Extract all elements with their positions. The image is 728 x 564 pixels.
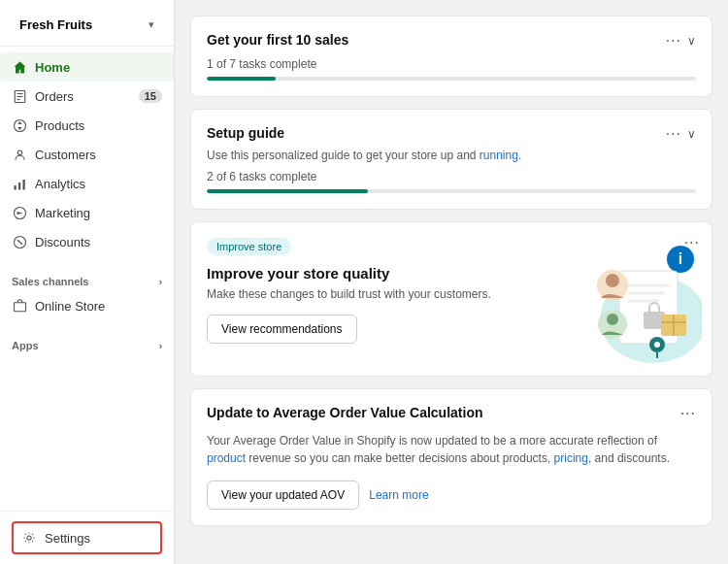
main-nav: Home Orders 15 Products Customers — [0, 47, 174, 262]
main-content: Get your first 10 sales ··· ∨ 1 of 7 tas… — [175, 0, 728, 564]
sidebar-label-home: Home — [35, 60, 70, 75]
svg-point-32 — [654, 342, 660, 348]
sidebar: Fresh Fruits ▾ Home Orders 15 Products — [0, 0, 175, 564]
svg-rect-14 — [14, 302, 25, 311]
setup-guide-progress: 2 of 6 tasks complete — [207, 170, 696, 193]
sidebar-item-orders[interactable]: Orders 15 — [0, 82, 174, 111]
sidebar-item-online-store[interactable]: Online Store — [0, 291, 174, 320]
sidebar-item-marketing[interactable]: Marketing — [0, 198, 174, 227]
sidebar-item-analytics[interactable]: Analytics — [0, 169, 174, 198]
orders-badge: 15 — [139, 89, 162, 103]
first-sales-card: Get your first 10 sales ··· ∨ 1 of 7 tas… — [190, 16, 712, 97]
discounts-icon — [12, 234, 27, 249]
svg-rect-8 — [22, 180, 24, 190]
store-name: Fresh Fruits — [19, 17, 92, 32]
aov-product-link[interactable]: product — [207, 451, 246, 465]
apps-arrow: › — [159, 341, 162, 351]
online-store-icon — [12, 298, 27, 314]
apps-label: Apps — [12, 340, 39, 351]
apps-header[interactable]: Apps › — [0, 332, 174, 355]
customers-icon — [12, 147, 27, 162]
setup-guide-card-header: Setup guide ··· ∨ — [207, 125, 696, 143]
sales-channels-arrow: › — [159, 277, 162, 287]
first-sales-progress-text: 1 of 7 tasks complete — [207, 57, 696, 71]
first-sales-dots-menu[interactable]: ··· — [666, 32, 681, 50]
aov-card: Update to Average Order Value Calculatio… — [190, 388, 712, 526]
aov-card-actions: ··· — [680, 405, 696, 422]
improve-store-illustration: i — [556, 232, 702, 368]
sidebar-label-orders: Orders — [35, 89, 74, 104]
settings-label: Settings — [45, 531, 90, 546]
improve-store-content: Improve store Improve your store quality… — [207, 238, 510, 344]
sidebar-item-home[interactable]: Home — [0, 52, 174, 82]
sales-channels-section: Sales channels › Online Store — [0, 262, 174, 326]
sales-channels-header[interactable]: Sales channels › — [0, 268, 174, 291]
setup-guide-actions: ··· ∨ — [666, 125, 696, 143]
first-sales-card-header: Get your first 10 sales ··· ∨ — [207, 32, 696, 50]
apps-section: Apps › — [0, 326, 174, 361]
sales-channels-label: Sales channels — [12, 276, 89, 287]
sidebar-label-marketing: Marketing — [35, 206, 90, 220]
aov-pricing-link[interactable]: pricing — [554, 451, 588, 465]
sidebar-label-products: Products — [35, 118, 84, 133]
setup-guide-progress-track — [207, 189, 696, 193]
first-sales-chevron-icon[interactable]: ∨ — [687, 34, 696, 48]
improve-store-card: ··· Improve store Improve your store qua… — [190, 221, 712, 377]
svg-point-27 — [607, 314, 618, 325]
svg-point-5 — [17, 150, 22, 155]
setup-guide-link[interactable]: running. — [480, 149, 521, 162]
svg-text:i: i — [678, 250, 682, 267]
settings-item[interactable]: Settings — [12, 521, 162, 554]
view-aov-button[interactable]: View your updated AOV — [207, 481, 359, 510]
settings-icon — [21, 530, 37, 546]
first-sales-progress: 1 of 7 tasks complete — [207, 57, 696, 81]
sidebar-label-analytics: Analytics — [35, 177, 85, 191]
setup-guide-chevron-icon[interactable]: ∨ — [687, 127, 696, 141]
sidebar-item-products[interactable]: Products — [0, 111, 174, 140]
improve-store-tag: Improve store — [207, 238, 291, 255]
setup-guide-card: Setup guide ··· ∨ Use this personalized … — [190, 109, 712, 210]
setup-guide-progress-text: 2 of 6 tasks complete — [207, 170, 696, 183]
setup-guide-subtitle: Use this personalized guide to get your … — [207, 149, 696, 162]
aov-card-title: Update to Average Order Value Calculatio… — [207, 405, 482, 420]
view-recommendations-button[interactable]: View recommendations — [207, 315, 357, 344]
svg-point-15 — [27, 536, 31, 540]
sidebar-item-customers[interactable]: Customers — [0, 140, 174, 169]
first-sales-actions: ··· ∨ — [666, 32, 696, 50]
sidebar-label-discounts: Discounts — [35, 235, 90, 249]
analytics-icon — [12, 176, 27, 191]
setup-guide-progress-fill — [207, 189, 368, 193]
sidebar-label-online-store: Online Store — [35, 299, 105, 314]
orders-icon — [12, 88, 27, 104]
sidebar-header: Fresh Fruits ▾ — [0, 0, 174, 47]
first-sales-title: Get your first 10 sales — [207, 32, 348, 48]
improve-store-title: Improve your store quality — [207, 265, 510, 282]
sidebar-item-discounts[interactable]: Discounts — [0, 227, 174, 256]
svg-rect-6 — [14, 185, 16, 190]
aov-card-desc: Your Average Order Value in Shopify is n… — [207, 432, 696, 467]
products-icon — [12, 117, 27, 133]
first-sales-progress-track — [207, 77, 696, 81]
sidebar-label-customers: Customers — [35, 148, 96, 162]
setup-guide-dots-menu[interactable]: ··· — [666, 125, 681, 143]
first-sales-progress-fill — [207, 77, 276, 81]
sidebar-footer: Settings — [0, 511, 174, 564]
store-chevron-icon: ▾ — [149, 18, 154, 31]
aov-card-header: Update to Average Order Value Calculatio… — [207, 405, 696, 426]
home-icon — [12, 59, 27, 75]
svg-point-12 — [17, 240, 18, 242]
store-selector[interactable]: Fresh Fruits ▾ — [12, 12, 162, 38]
svg-rect-7 — [18, 182, 20, 190]
aov-dots-menu[interactable]: ··· — [680, 405, 696, 422]
svg-point-13 — [20, 243, 22, 245]
aov-btn-row: View your updated AOV Learn more — [207, 481, 696, 510]
improve-store-desc: Make these changes to build trust with y… — [207, 287, 510, 301]
marketing-icon — [12, 205, 27, 220]
svg-point-25 — [606, 274, 619, 287]
setup-guide-title: Setup guide — [207, 125, 284, 141]
learn-more-button[interactable]: Learn more — [369, 481, 428, 509]
